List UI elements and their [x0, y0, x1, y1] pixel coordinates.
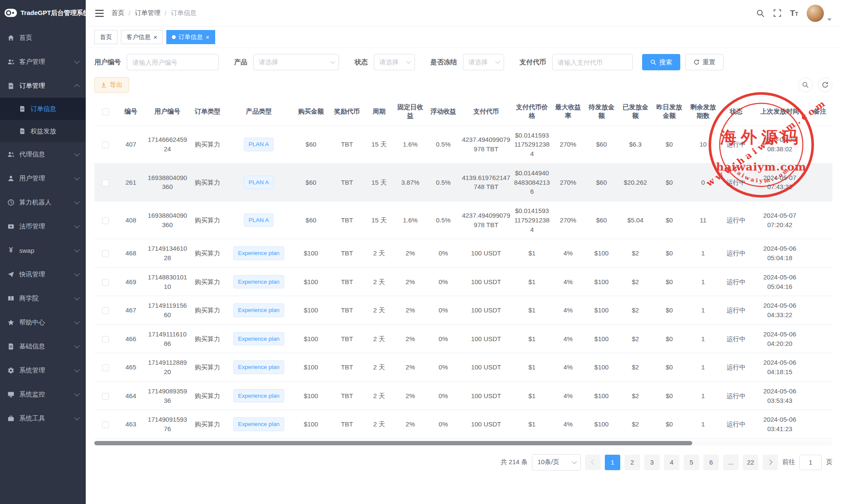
page-button-4[interactable]: 4 [664, 455, 679, 470]
cell-last_issue_time: 2024-05-06 03:53:43 [752, 381, 808, 410]
row-checkbox[interactable] [102, 393, 109, 400]
cell-floating_yield: 0% [427, 353, 460, 382]
row-checkbox[interactable] [102, 250, 109, 257]
sidebar-item-robot[interactable]: 算力机器人 [0, 190, 86, 214]
cell-period: 15 天 [364, 163, 394, 201]
sidebar-item-baseinfo[interactable]: 基础信息 [0, 334, 86, 358]
page-button-6[interactable]: 6 [703, 455, 719, 470]
row-checkbox[interactable] [102, 279, 109, 286]
row-checkbox[interactable] [102, 141, 109, 148]
refresh-icon[interactable] [818, 78, 832, 92]
column-header: 编号 [117, 98, 145, 126]
sidebar-item-news[interactable]: 快讯管理 [0, 262, 86, 286]
hamburger-icon[interactable] [95, 9, 104, 17]
sidebar-subitem-rights-issue[interactable]: 权益发放 [0, 120, 86, 142]
search-button[interactable]: 搜索 [642, 54, 680, 70]
cell-no: 468 [117, 239, 145, 268]
cell-buy_amount: $100 [292, 296, 330, 325]
page-button-2[interactable]: 2 [625, 455, 640, 470]
row-checkbox[interactable] [102, 217, 109, 224]
search-icon [650, 59, 656, 65]
row-checkbox[interactable] [102, 180, 109, 186]
chevron-left-icon [591, 459, 597, 465]
select-all-checkbox[interactable] [102, 108, 109, 115]
next-page-button[interactable] [763, 455, 778, 470]
tools-icon [7, 414, 15, 423]
cell-last_issue_time: 2024-05-07 07:43:32 [752, 163, 808, 201]
avatar[interactable] [807, 5, 824, 22]
tab-label: 客户信息 [126, 33, 150, 41]
status-select[interactable]: 请选择 [374, 54, 415, 70]
cell-pending_amount: $60 [585, 126, 619, 163]
table-row: 26116938804090360购买算力PLAN A$60TBT15 天3.8… [94, 163, 832, 201]
prev-page-button[interactable] [585, 455, 601, 470]
sidebar-item-home[interactable]: 首页 [0, 26, 86, 50]
tab-active-dot [172, 35, 176, 39]
cell-reward_token: TBT [330, 126, 364, 163]
page-button-22[interactable]: 22 [743, 455, 758, 470]
sidebar-item-fiat[interactable]: 法币管理 [0, 214, 86, 238]
search-icon[interactable] [756, 9, 765, 18]
app-logo-icon [4, 9, 17, 17]
baseinfo-icon [7, 342, 15, 351]
zoom-icon[interactable] [798, 78, 813, 92]
row-checkbox[interactable] [102, 307, 109, 314]
frozen-select[interactable]: 请选择 [463, 54, 504, 70]
font-size-icon[interactable]: TT [790, 9, 798, 17]
breadcrumb-item[interactable]: 订单管理 [135, 9, 160, 17]
chevron-down-icon[interactable] [827, 18, 832, 21]
cell-buy_amount: $60 [292, 163, 330, 201]
user-id-input[interactable] [127, 54, 219, 70]
tab-首页[interactable]: 首页 [94, 30, 117, 44]
sidebar-item-monitor[interactable]: 系统监控 [0, 382, 86, 406]
filter-product: 产品 请选择 [234, 54, 339, 70]
reset-button[interactable]: 重置 [685, 54, 724, 70]
goto-page-input[interactable] [799, 455, 822, 470]
row-checkbox[interactable] [102, 421, 109, 428]
fullscreen-icon[interactable] [773, 9, 781, 17]
page-ellipsis[interactable]: ... [723, 455, 739, 470]
cell-issued_amount: $2 [619, 239, 652, 268]
cell-reward_token: TBT [330, 239, 364, 268]
sidebar-item-customers[interactable]: 客户管理 [0, 50, 86, 74]
page-button-3[interactable]: 3 [644, 455, 660, 470]
sidebar-item-system[interactable]: 系统管理 [0, 358, 86, 382]
cell-floating_yield: 0.5% [427, 201, 460, 239]
close-icon[interactable]: × [206, 34, 210, 40]
close-icon[interactable]: × [153, 34, 157, 40]
cell-max_yield: 270% [552, 126, 585, 163]
row-select-cell [94, 381, 117, 410]
sidebar-item-tools[interactable]: 系统工具 [0, 406, 86, 430]
page-size-select[interactable]: 10条/页 [532, 454, 581, 471]
page-button-1[interactable]: 1 [605, 455, 620, 470]
sidebar-item-school[interactable]: 商学院 [0, 286, 86, 310]
cell-fixed_daily_yield: 2% [394, 239, 427, 268]
pay-token-input[interactable] [552, 54, 633, 70]
horizontal-scrollbar-track[interactable] [94, 441, 832, 446]
page-buttons: 123456...22 [605, 455, 758, 470]
cell-reward_token: TBT [330, 324, 364, 353]
page-button-5[interactable]: 5 [684, 455, 699, 470]
breadcrumb-item[interactable]: 首页 [111, 9, 124, 17]
cell-status: 运行中 [720, 163, 752, 201]
row-checkbox[interactable] [102, 336, 109, 343]
cell-pending_amount: $60 [585, 163, 619, 201]
sidebar-item-agents[interactable]: 代理信息 [0, 142, 86, 166]
tab-订单信息[interactable]: 订单信息× [166, 30, 215, 44]
export-button[interactable]: 导出 [94, 77, 129, 93]
sidebar-item-help[interactable]: 帮助中心 [0, 310, 86, 334]
sidebar-subitem-order-info[interactable]: 订单信息 [0, 98, 86, 120]
sidebar-item-users[interactable]: 用户管理 [0, 166, 86, 190]
horizontal-scrollbar-thumb[interactable] [94, 441, 692, 445]
tab-客户信息[interactable]: 客户信息× [121, 30, 163, 44]
search-button-label: 搜索 [659, 58, 672, 66]
row-checkbox[interactable] [102, 364, 109, 371]
cell-remark [808, 239, 832, 268]
sidebar-menu: 首页客户管理订单管理订单信息权益发放代理信息用户管理算力机器人法币管理¥swap… [0, 26, 86, 430]
sidebar-item-orders[interactable]: 订单管理 [0, 74, 86, 98]
cell-issued_amount: $2 [619, 296, 652, 325]
product-select[interactable]: 请选择 [253, 54, 339, 70]
sidebar-item-swap[interactable]: ¥swap [0, 238, 86, 262]
cell-pending_amount: $100 [585, 381, 619, 410]
cell-product: Experience plan [225, 353, 292, 382]
